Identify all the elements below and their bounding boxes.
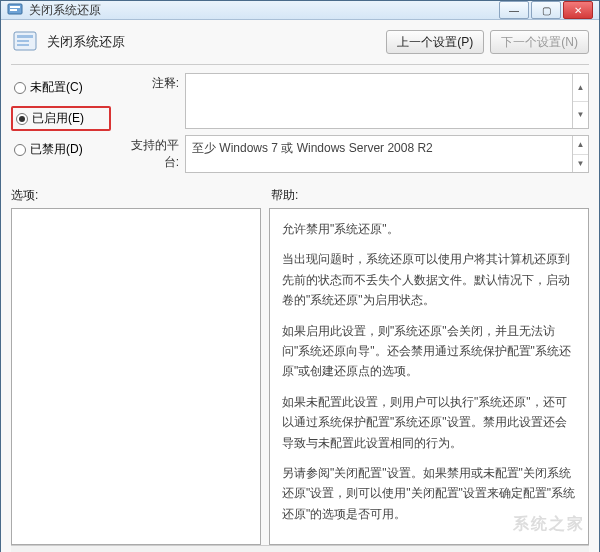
titlebar-title: 关闭系统还原 — [29, 2, 499, 19]
options-label: 选项: — [11, 187, 271, 204]
svg-rect-5 — [17, 40, 29, 42]
help-pane: 允许禁用"系统还原"。 当出现问题时，系统还原可以使用户将其计算机还原到先前的状… — [269, 208, 589, 545]
window-controls: — ▢ ✕ — [499, 1, 593, 19]
comment-textarea[interactable]: ▲▼ — [185, 73, 589, 129]
supported-on-box: 至少 Windows 7 或 Windows Server 2008 R2 ▲▼ — [185, 135, 589, 173]
svg-rect-1 — [10, 6, 20, 8]
svg-rect-4 — [17, 35, 33, 38]
options-pane — [11, 208, 261, 545]
help-text: 如果启用此设置，则"系统还原"会关闭，并且无法访问"系统还原向导"。还会禁用通过… — [282, 321, 576, 382]
chevron-up-icon[interactable]: ▲ — [573, 136, 588, 155]
comment-spinner[interactable]: ▲▼ — [572, 74, 588, 128]
radio-icon — [14, 82, 26, 94]
panes: 允许禁用"系统还原"。 当出现问题时，系统还原可以使用户将其计算机还原到先前的状… — [11, 208, 589, 545]
config-row: 未配置(C) 已启用(E) 已禁用(D) 注释: ▲▼ — [11, 73, 589, 173]
comment-field-row: 注释: ▲▼ — [119, 73, 589, 129]
fields-column: 注释: ▲▼ 支持的平台: 至少 Windows 7 或 Windows Ser… — [119, 73, 589, 173]
header-row: 关闭系统还原 上一个设置(P) 下一个设置(N) — [11, 28, 589, 65]
dialog-content: 关闭系统还原 上一个设置(P) 下一个设置(N) 未配置(C) 已启用(E) 已… — [1, 20, 599, 552]
help-text: 另请参阅"关闭配置"设置。如果禁用或未配置"关闭系统还原"设置，则可以使用"关闭… — [282, 463, 576, 524]
radio-enabled[interactable]: 已启用(E) — [11, 106, 111, 131]
svg-rect-2 — [10, 9, 17, 11]
dialog-window: 关闭系统还原 — ▢ ✕ 关闭系统还原 上一个设置(P) 下一个设置(N) 未配… — [0, 0, 600, 552]
header-title: 关闭系统还原 — [47, 33, 380, 51]
radio-not-configured[interactable]: 未配置(C) — [11, 77, 111, 98]
radio-icon — [16, 113, 28, 125]
chevron-down-icon[interactable]: ▼ — [573, 155, 588, 173]
state-radio-group: 未配置(C) 已启用(E) 已禁用(D) — [11, 73, 111, 173]
radio-label: 未配置(C) — [30, 79, 83, 96]
help-text: 当出现问题时，系统还原可以使用户将其计算机还原到先前的状态而不丢失个人数据文件。… — [282, 249, 576, 310]
platform-value: 至少 Windows 7 或 Windows Server 2008 R2 — [192, 141, 433, 155]
platform-spinner[interactable]: ▲▼ — [572, 136, 588, 172]
chevron-down-icon[interactable]: ▼ — [573, 102, 588, 129]
radio-disabled[interactable]: 已禁用(D) — [11, 139, 111, 160]
platform-field-row: 支持的平台: 至少 Windows 7 或 Windows Server 200… — [119, 135, 589, 173]
radio-label: 已禁用(D) — [30, 141, 83, 158]
platform-label: 支持的平台: — [119, 135, 179, 171]
svg-rect-6 — [17, 44, 29, 46]
footer: 确定 取消 应用(A) — [11, 545, 589, 552]
radio-label: 已启用(E) — [32, 110, 84, 127]
close-button[interactable]: ✕ — [563, 1, 593, 19]
comment-label: 注释: — [119, 73, 179, 92]
next-setting-button: 下一个设置(N) — [490, 30, 589, 54]
chevron-up-icon[interactable]: ▲ — [573, 74, 588, 102]
titlebar: 关闭系统还原 — ▢ ✕ — [1, 1, 599, 20]
policy-icon — [11, 28, 39, 56]
radio-icon — [14, 144, 26, 156]
help-text: 如果未配置此设置，则用户可以执行"系统还原"，还可以通过系统保护配置"系统还原"… — [282, 392, 576, 453]
section-labels: 选项: 帮助: — [11, 187, 589, 204]
previous-setting-button[interactable]: 上一个设置(P) — [386, 30, 484, 54]
maximize-button[interactable]: ▢ — [531, 1, 561, 19]
app-icon — [7, 2, 23, 18]
help-label: 帮助: — [271, 187, 589, 204]
help-text: 允许禁用"系统还原"。 — [282, 219, 576, 239]
minimize-button[interactable]: — — [499, 1, 529, 19]
